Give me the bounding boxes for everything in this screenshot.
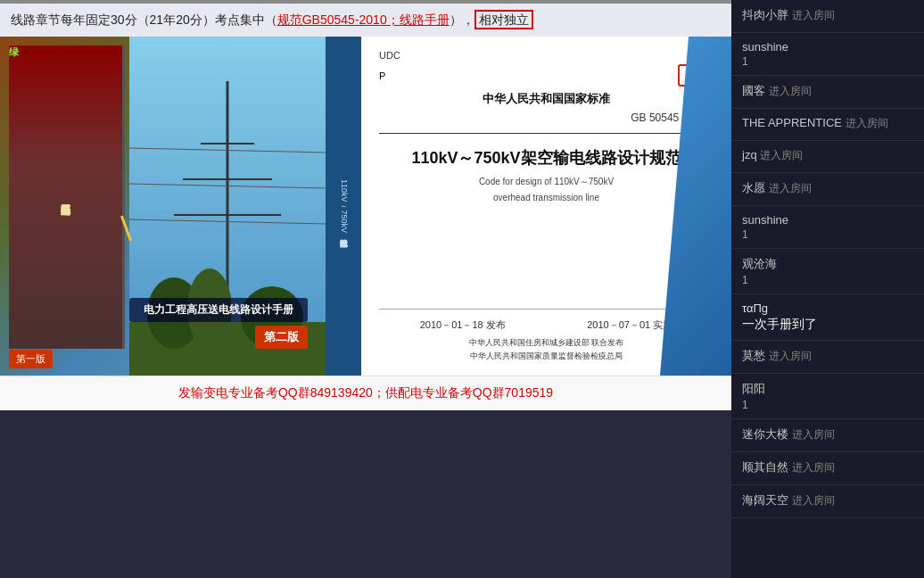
gb-dates-row: 2010－01－18 发布 2010－07－01 实施 (379, 309, 714, 332)
chat-item[interactable]: THE APPRENTICE 进入房间 (731, 109, 924, 141)
chat-username-label: THE APPRENTICE 进入房间 (742, 116, 913, 131)
chat-username-label: 顺其自然 进入房间 (742, 459, 913, 475)
chat-username-label: sunshine (742, 213, 913, 227)
chat-username-label: sunshine (742, 40, 913, 54)
gb-book-spine: 110kV～750kV架空输电线路设计规范 (326, 37, 361, 376)
banner-text-start: 线路章节每年固定30分（21年20分）考点集中（规范GB50545-2010；线… (11, 12, 474, 27)
chat-action-label: 进入房间 (769, 350, 812, 362)
gb-book-container: 110kV～750kV架空输电线路设计规范 UDC P GB 中华人民共和国国家… (326, 37, 731, 376)
gb-spine-text: 110kV～750kV架空输电线路设计规范 (338, 179, 350, 233)
text-banner: 线路章节每年固定30分（21年20分）考点集中（规范GB50545-2010；线… (0, 4, 731, 37)
chat-item[interactable]: sunshine1 (731, 206, 924, 249)
main-content-area: 线路章节每年固定30分（21年20分）考点集中（规范GB50545-2010；线… (0, 0, 731, 578)
chat-username-label: 莫愁 进入房间 (742, 348, 913, 364)
gb-title-english-2: overhead transmission line (379, 193, 714, 202)
chat-count-label: 1 (742, 55, 913, 68)
chat-action-label: 进入房间 (769, 182, 812, 194)
right-book-image: 110kV～750kV架空输电线路设计规范 UDC P GB 中华人民共和国国家… (326, 37, 731, 376)
gb-title-english-1: Code for design of 110kV～750kV (379, 176, 714, 188)
gb-p-label: P (379, 70, 678, 81)
gb-title-chinese: 110kV～750kV架空输电线路设计规范 (379, 147, 714, 169)
gb-logo-row: P GB (379, 64, 714, 87)
chat-item[interactable]: sunshine1 (731, 33, 924, 76)
chat-item[interactable]: 莫愁 进入房间 (731, 341, 924, 374)
book-title-overlay: 电力工程高压送电线路设计手册 (129, 298, 308, 322)
chat-item[interactable]: 阳阳1 (731, 374, 924, 419)
chat-item[interactable]: 海阔天空 进入房间 (731, 485, 924, 518)
chat-item[interactable]: 國客 进入房间 (731, 76, 924, 109)
chat-item[interactable]: jzq 进入房间 (731, 141, 924, 173)
chat-sidebar[interactable]: 抖肉小胖 进入房间sunshine1國客 进入房间THE APPRENTICE … (731, 0, 924, 578)
chat-action-label: 进入房间 (792, 428, 835, 441)
chat-username-label: 观沧海 (742, 256, 913, 272)
power-line-background (129, 37, 326, 376)
left-book-image: 电力工程高压送电线路设计手册 (0, 37, 326, 376)
book-title-text: 电力工程高压送电线路设计手册 (136, 302, 301, 318)
chat-username-label: 國客 进入房间 (742, 83, 913, 99)
chat-username-label: 阳阳 (742, 381, 913, 397)
images-row: 电力工程高压送电线路设计手册 (0, 37, 731, 376)
chat-item[interactable]: 顺其自然 进入房间 (731, 452, 924, 485)
chat-username-label: 抖肉小胖 进入房间 (742, 7, 913, 23)
chat-item[interactable]: 抖肉小胖 进入房间 (731, 0, 924, 33)
chat-action-label: 进入房间 (792, 9, 835, 21)
chat-action-label: 进入房间 (846, 117, 888, 129)
gb-ministry-join: 联合发布 (591, 338, 623, 347)
chat-count-label: 1 (742, 228, 913, 241)
gb-issue-date: 2010－01－18 发布 (420, 318, 506, 332)
left-book-cover: 电力工程高压送电线路设计手册 (9, 45, 125, 349)
chat-item[interactable]: 迷你大楼 进入房间 (731, 419, 924, 452)
second-edition-badge: 第二版 (255, 326, 308, 349)
chat-action-label: 进入房间 (792, 494, 835, 507)
gb-udc-label: UDC (379, 50, 714, 61)
gb-effective-date: 2010－07－01 实施 (587, 318, 672, 332)
chat-username-label: jzq 进入房间 (742, 148, 913, 163)
bottom-promo-text: 发输变电专业备考QQ群849139420；供配电专业备考QQ群7019519 (0, 376, 731, 410)
chat-item[interactable]: ταΠg一次手册到了 (731, 294, 924, 341)
chat-username-label: 迷你大楼 进入房间 (742, 426, 913, 442)
highlight-reference: 规范GB50545-2010；线路手册 (277, 12, 450, 27)
gb-divider-line (379, 133, 714, 134)
first-edition-badge: 第一版 (9, 350, 53, 368)
gb-china-standard-label: 中华人民共和国国家标准 (379, 91, 714, 107)
chat-count-label: 1 (742, 399, 913, 411)
chat-action-label: 进入房间 (760, 149, 803, 161)
gb-standard-number: GB 50545－2010 (379, 111, 714, 126)
chat-count-label: 1 (742, 274, 913, 286)
chat-username-label: 水愿 进入房间 (742, 180, 913, 196)
green-publisher-label: 绿 (9, 45, 19, 59)
chat-action-label: 进入房间 (769, 85, 812, 97)
chat-action-label: 进入房间 (792, 461, 835, 474)
chat-item[interactable]: 观沧海1 (731, 249, 924, 294)
chat-username-label: ταΠg (742, 301, 913, 315)
red-box-text: 相对独立 (474, 10, 533, 29)
gb-ministry-3: 中华人民共和国国家质量监督检验检疫总局 (470, 351, 623, 360)
gb-ministry-1: 中华人民共和国住房和城乡建设部 (469, 338, 590, 347)
chat-item[interactable]: 水愿 进入房间 (731, 173, 924, 206)
chat-username-label: 海阔天空 进入房间 (742, 492, 913, 508)
chat-message-text: 一次手册到了 (742, 317, 913, 333)
